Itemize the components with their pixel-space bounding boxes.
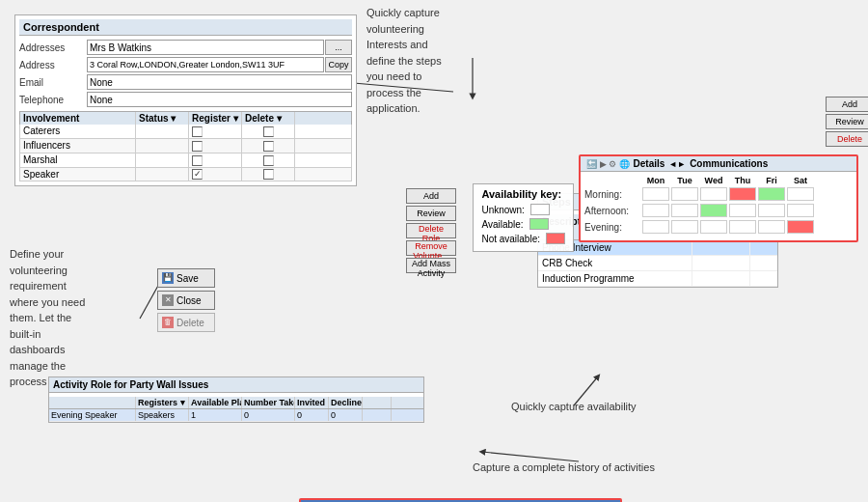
steps-row-induction: Induction Programme [538,271,777,287]
inv-reg-marshal[interactable] [192,155,203,166]
address-label: Address [19,60,87,70]
day-fri: Fri [758,176,785,185]
avail-cell-sat-even[interactable] [787,220,814,234]
avail-morning-label: Morning: [584,189,640,200]
day-tue: Tue [671,176,698,185]
key-label-available: Available: [481,219,523,230]
address-button[interactable]: Copy [325,57,352,72]
act-col-avail: Available Places ▾ [189,397,242,408]
avail-cell-fri-aftn[interactable] [758,204,785,217]
activity-add-button[interactable]: Add [406,188,456,204]
inv-row-marshal: Marshal [19,153,352,168]
involvements-section: Involvement Status ▾ Register ▾ Delete ▾… [19,111,352,181]
activity-grid-header: Registers ▾ Available Places ▾ Number Ta… [49,397,423,409]
involvements-header: Involvement Status ▾ Register ▾ Delete ▾ [19,111,352,125]
steps-delete-button[interactable]: Delete [826,131,868,147]
inv-col-register: Register ▾ [189,112,242,125]
avail-cell-tue-morn[interactable] [671,187,698,201]
avail-cell-mon-aftn[interactable] [642,204,669,217]
dialog-close-btn[interactable]: ✕ Close [157,291,215,310]
act-col-num: Number Taken ▾ [242,397,295,408]
avail-cell-wed-morn[interactable] [700,187,727,201]
key-label-unknown: Unknown: [481,205,524,215]
email-input[interactable] [87,74,352,90]
inv-del-marshal[interactable] [263,155,274,166]
avail-cell-mon-morn[interactable] [642,187,669,201]
avail-row-afternoon: Afternoon: [584,204,853,217]
activity-role-panel: Activity Role for Party Wall Issues Regi… [48,376,424,423]
annotation-availability: Quickly capture availability [511,401,637,412]
key-row-unknown: Unknown: [481,204,565,215]
address-input[interactable] [87,57,324,72]
dialog-delete-button[interactable]: 🗑 Delete [157,313,215,332]
annotation-history: Capture a complete history of activities [473,461,655,473]
inv-reg-influencers[interactable] [192,141,203,152]
inv-reg-speaker[interactable] [192,169,203,180]
avail-separator: ◄► [668,159,686,169]
key-row-available: Available: [481,218,565,230]
act-avail: 1 [189,409,242,421]
avail-cell-fri-morn[interactable] [758,187,785,201]
avail-cell-wed-even[interactable] [700,220,727,234]
activity-delete-button[interactable]: Delete Role [406,223,456,238]
steps-row-phone: Phone Interview [538,240,777,256]
inv-row-caterers: Caterers [19,125,352,139]
key-label-unavailable: Not available: [481,234,540,244]
activity-review-button[interactable]: Review [406,206,456,221]
avail-cell-sat-morn[interactable] [787,187,814,201]
steps-desc-induction: Induction Programme [538,271,692,286]
avail-toolbar: 🔙 ▶ ⚙ 🌐 [586,159,630,169]
act-col-role [49,397,136,408]
inv-del-caterers[interactable] [263,126,274,137]
correspondent-title: Correspondent [19,19,352,36]
addresses-label: Addresses [19,42,87,53]
availability-key: Availability key: Unknown: Available: No… [473,183,574,252]
availability-title: 🔙 ▶ ⚙ 🌐 Details ◄► Communications [581,156,856,172]
steps-add-button[interactable]: Add [826,97,868,112]
inv-col-involvement: Involvement [20,112,136,125]
telephone-input[interactable] [87,92,352,107]
activity-row-0: Evening Speaker Speakers 1 0 0 0 [49,409,423,422]
act-num: 0 [242,409,295,421]
avail-cell-thu-morn[interactable] [729,187,756,201]
avail-key-title: Availability key: [481,188,565,200]
inv-name-caterers: Caterers [20,125,136,138]
avail-cell-thu-even[interactable] [729,220,756,234]
telephone-row: Telephone [19,92,352,107]
save-icon: 💾 [162,272,174,284]
day-mon: Mon [642,176,669,185]
act-col-dec: Declined ▾ [329,397,363,408]
avail-evening-label: Evening: [584,222,640,233]
inv-reg-caterers[interactable] [192,126,203,137]
dialog-save-button[interactable]: 💾 Save [157,268,215,288]
volunteer-dialog: Volunteer Activity Details × Volunteer R… [299,498,622,502]
avail-cell-sat-aftn[interactable] [787,204,814,217]
key-row-unavailable: Not available: [481,233,565,244]
addresses-input[interactable] [87,40,324,55]
act-registers: Speakers [136,409,189,421]
addresses-row: Addresses ... [19,40,352,55]
key-swatch-unknown [530,204,550,215]
addresses-button[interactable]: ... [325,40,352,55]
avail-comm-label: Communications [690,158,768,169]
activity-mass-button[interactable]: Add Mass Activity [406,258,456,273]
inv-del-influencers[interactable] [263,141,274,152]
avail-cell-tue-aftn[interactable] [671,204,698,217]
activity-remove-button[interactable]: Remove Volunte... [406,240,456,256]
svg-line-3 [482,452,579,461]
avail-row-evening: Evening: [584,220,853,234]
avail-day-headers: Mon Tue Wed Thu Fri Sat [584,176,853,185]
inv-col-status: Status ▾ [136,112,189,125]
steps-review-button[interactable]: Review [826,114,868,129]
availability-grid: Mon Tue Wed Thu Fri Sat Morning: Afterno… [581,172,856,240]
avail-cell-fri-even[interactable] [758,220,785,234]
avail-cell-mon-even[interactable] [642,220,669,234]
inv-del-speaker[interactable] [263,169,274,180]
avail-cell-wed-aftn[interactable] [700,204,727,217]
avail-cell-thu-aftn[interactable] [729,204,756,217]
address-input-group: Copy [87,57,352,72]
close-icon: ✕ [162,294,174,306]
annotation-top-right: Quickly capture volunteering Interests a… [366,5,550,117]
day-wed: Wed [700,176,727,185]
avail-cell-tue-even[interactable] [671,220,698,234]
